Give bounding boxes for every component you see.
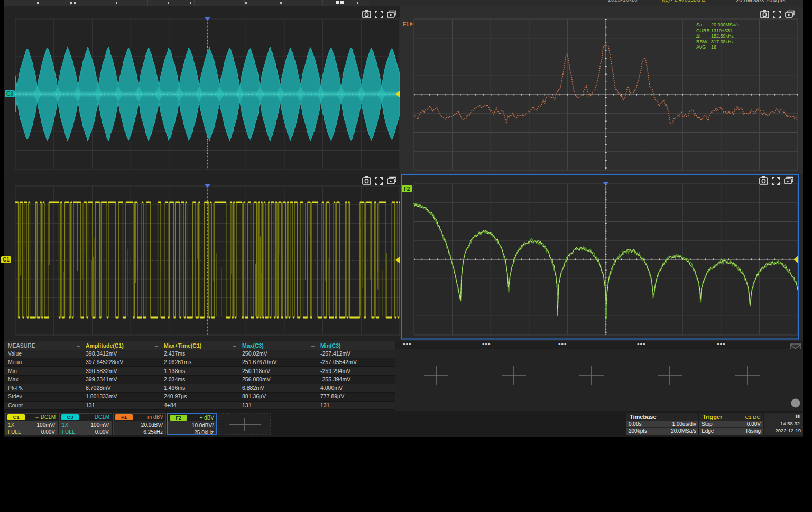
svg-text:CURR: CURR (696, 28, 710, 33)
svg-text:C1: C1 (3, 257, 10, 263)
svg-text:1310+331: 1310+331 (711, 28, 732, 33)
svg-text:RBW: RBW (696, 39, 708, 44)
svg-text:Sa: Sa (696, 22, 702, 27)
svg-text:F1: F1 (403, 22, 409, 27)
svg-text:152.59kHz: 152.59kHz (711, 33, 734, 39)
svg-text:AVG: AVG (696, 44, 706, 50)
svg-text:16: 16 (711, 44, 716, 50)
svg-text:F2: F2 (404, 186, 410, 192)
svg-text:Δf: Δf (696, 33, 701, 39)
svg-text:20.000MSa/s: 20.000MSa/s (711, 22, 740, 27)
svg-text:C3: C3 (6, 91, 13, 97)
svg-text:317.38kHz: 317.38kHz (711, 39, 734, 44)
